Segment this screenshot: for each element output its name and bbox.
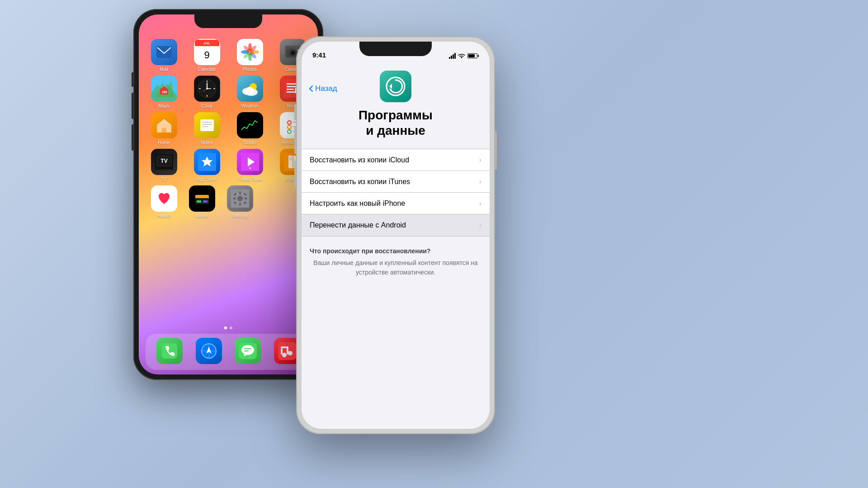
notch [194,14,262,28]
mute-button[interactable] [132,72,133,87]
wifi-icon [458,53,465,59]
volume-down-button[interactable] [132,124,133,151]
svg-rect-48 [240,117,260,133]
status-time: 9:41 [312,51,326,59]
appstore-icon [194,149,220,175]
stocks-label: Stocks [243,140,256,145]
signal-bar-3 [453,54,454,59]
maps-label: Maps [158,104,169,109]
info-section: Что происходит при восстановлении? Ваши … [302,247,490,277]
app-clock[interactable]: Clock [191,76,223,109]
app-grid: Mail JUL 9 Calendar [139,34,318,338]
clock-label: Clock [201,104,212,109]
weather-label: Weather [241,104,259,109]
svg-rect-43 [162,128,166,133]
wallet-label: Wallet [196,213,208,218]
svg-text:★: ★ [249,166,251,170]
svg-rect-74 [203,200,208,203]
wallet-icon [189,185,215,212]
app-calendar[interactable]: JUL 9 Calendar [191,39,223,72]
status-icons [449,53,479,59]
page-title: Программыи данные [302,102,490,138]
menu-item-icloud-label: Восстановить из копии iCloud [310,156,409,164]
page-dots [139,327,318,329]
volume-up-button[interactable] [132,93,133,119]
right-phone-vol-up[interactable] [294,127,296,154]
svg-rect-39 [287,89,294,90]
menu-item-android[interactable]: Перенести данные с Android › [302,214,490,236]
svg-rect-44 [200,119,214,131]
mail-label: Mail [160,67,168,72]
app-weather[interactable]: Weather [234,76,266,109]
app-wallet[interactable]: Wallet [186,185,218,218]
back-button[interactable]: Назад [309,84,337,93]
app-home[interactable]: Home [148,112,180,145]
svg-rect-95 [244,351,249,351]
app-itunes[interactable]: ★ iTunes Store [234,149,266,182]
dock [146,334,311,370]
info-text: Ваши личные данные и купленный контент п… [310,258,481,277]
menu-item-itunes[interactable]: Восстановить из копии iTunes › [302,171,490,193]
battery-icon [467,53,479,58]
app-mail[interactable]: Mail [148,39,180,72]
signal-bar-2 [451,56,452,59]
app-settings[interactable]: Settings [224,185,256,218]
app-health[interactable]: Health [148,185,180,218]
app-appstore[interactable]: App Store [191,149,223,182]
app-maps[interactable]: 280 Maps [148,76,180,109]
weather-icon [237,76,263,102]
right-phone-power[interactable] [495,131,497,170]
health-label: Health [158,213,171,218]
right-phone-mute[interactable] [294,104,296,120]
menu-item-itunes-label: Восстановить из копии iTunes [310,178,410,186]
photos-label: Photos [243,67,257,72]
app-stocks[interactable]: Stocks [234,112,266,145]
clock-icon [194,76,220,102]
svg-text:280: 280 [162,90,167,94]
app-row-2: Home Notes [142,112,314,145]
safari-icon [196,338,222,364]
svg-rect-79 [233,198,236,199]
messages-icon [235,338,261,364]
svg-rect-66 [289,157,292,158]
page-dot-2 [230,327,232,329]
itunes-icon: ★ [237,149,263,175]
app-notes[interactable]: Notes [191,112,223,145]
menu-item-new-iphone-chevron: › [479,199,481,208]
menu-item-new-iphone[interactable]: Настроить как новый iPhone › [302,193,490,214]
app-row-3: TV TV App Store [142,149,314,182]
svg-rect-78 [239,203,241,206]
svg-rect-72 [195,197,209,198]
menu-list: Восстановить из копии iCloud › Восстанов… [302,149,490,237]
signal-bar-4 [454,53,456,59]
menu-item-icloud[interactable]: Восстановить из копии iCloud › [302,149,490,171]
dock-safari[interactable] [193,338,225,366]
app-photos[interactable]: Photos [234,39,266,72]
left-phone-screen: Mail JUL 9 Calendar [139,14,318,374]
phone-left: Mail JUL 9 Calendar [133,9,323,380]
svg-text:TV: TV [160,158,167,164]
home-icon [151,112,177,138]
svg-rect-77 [239,191,241,194]
photos-icon [237,39,263,65]
home-label: Home [158,140,170,145]
svg-rect-94 [244,348,251,349]
tv-icon: TV [151,149,177,175]
app-tv[interactable]: TV TV [148,149,180,182]
svg-point-76 [237,196,243,201]
svg-rect-73 [197,200,201,203]
dock-messages[interactable] [231,338,264,366]
app-row-1: 280 Maps [142,76,314,109]
menu-item-android-label: Перенести данные с Android [310,221,406,229]
dock-phone[interactable] [153,338,186,366]
right-phone-vol-down[interactable] [294,161,296,188]
svg-point-98 [288,351,292,355]
svg-rect-46 [202,124,212,125]
calendar-label: Calendar [198,67,216,72]
svg-rect-100 [281,348,283,355]
itunes-label: iTunes Store [237,177,262,182]
svg-rect-80 [244,198,247,199]
health-icon [151,185,177,212]
right-phone-screen: 9:41 [302,42,490,429]
signal-bar-1 [449,57,450,59]
